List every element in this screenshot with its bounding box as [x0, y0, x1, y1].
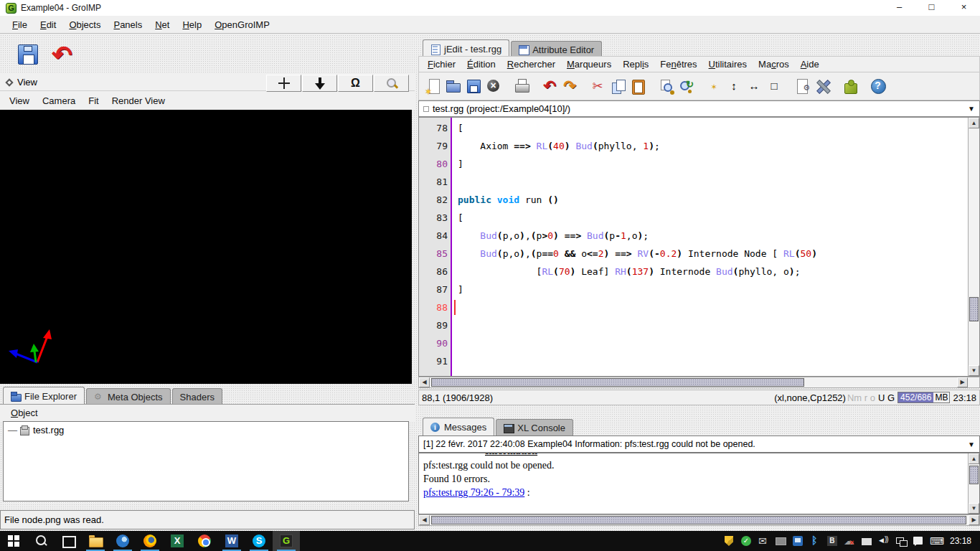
menu-objects[interactable]: Objects: [62, 19, 107, 30]
menu--dition[interactable]: Édition: [461, 59, 501, 70]
down-tool-button[interactable]: [302, 75, 337, 92]
rotate-tool-button[interactable]: [338, 75, 373, 92]
message-selector[interactable]: [1] 22 févr. 2017 22:40:08 Example04 Inf…: [418, 435, 980, 453]
tab-messages[interactable]: Messages: [423, 418, 494, 435]
tray-onedrive-error-button[interactable]: [841, 531, 858, 551]
menu-replis[interactable]: Replis: [617, 59, 654, 70]
memory-indicator[interactable]: 452/686 MB: [897, 392, 950, 403]
code-line-91[interactable]: 91: [419, 352, 968, 370]
messages-hscrollbar[interactable]: ◀ ▶: [418, 514, 980, 526]
menu-edit[interactable]: Edit: [34, 19, 62, 30]
taskbar-chrome-button[interactable]: [191, 531, 218, 551]
code-line-89[interactable]: 89: [419, 316, 968, 334]
messages-vscrollbar[interactable]: ▲ ▼: [968, 453, 979, 514]
tree-item-test-rgg[interactable]: — test.rgg: [5, 425, 407, 435]
menu-fit[interactable]: Fit: [82, 95, 105, 106]
find-next-button[interactable]: [677, 77, 695, 95]
tray-keyboard-button[interactable]: [927, 531, 944, 551]
menu-aide[interactable]: Aide: [795, 59, 825, 70]
tab-jedit[interactable]: jEdit - test.rgg: [423, 39, 509, 57]
tray-display-button[interactable]: [772, 531, 789, 551]
scroll-down-icon[interactable]: ▼: [969, 503, 979, 514]
split-horizontal-button[interactable]: [725, 77, 743, 95]
code-line-81[interactable]: 81: [419, 173, 968, 191]
scroll-up-icon[interactable]: ▲: [969, 453, 979, 464]
tab-shaders[interactable]: Shaders: [172, 388, 222, 405]
scroll-right-icon[interactable]: ▶: [957, 377, 968, 387]
menu-fen-tres[interactable]: Fenêtres: [654, 59, 702, 70]
scroll-left-icon[interactable]: ◀: [419, 515, 430, 525]
tray-battery-button[interactable]: [858, 531, 875, 551]
code-line-79[interactable]: 79 Axiom ==> RL(40) Bud(phyllo, 1);: [419, 137, 968, 155]
scroll-left-icon[interactable]: ◀: [419, 377, 430, 387]
menu-camera[interactable]: Camera: [36, 95, 82, 106]
move-tool-button[interactable]: [266, 75, 301, 92]
code-line-80[interactable]: 80]: [419, 155, 968, 173]
code-line-90[interactable]: 90: [419, 334, 968, 352]
vscroll-thumb[interactable]: [969, 297, 979, 321]
tree-expander[interactable]: —: [8, 425, 17, 435]
menu-marqueurs[interactable]: Marqueurs: [561, 59, 617, 70]
code-line-84[interactable]: 84 Bud(p,o),(p>0) ==> Bud(p-1,o);: [419, 227, 968, 245]
menu-help[interactable]: Help: [176, 19, 208, 30]
menu-macros[interactable]: Macros: [753, 59, 795, 70]
code-line-83[interactable]: 83[: [419, 209, 968, 227]
help-button[interactable]: [869, 77, 887, 95]
code-line-82[interactable]: 82public void run (): [419, 191, 968, 209]
vscroll-thumb[interactable]: [969, 466, 979, 484]
menu-utilitaires[interactable]: Utilitaires: [703, 59, 753, 70]
menu-file[interactable]: File: [6, 19, 34, 30]
hscroll-thumb[interactable]: [431, 378, 804, 387]
taskbar-task-view-button[interactable]: [55, 531, 82, 551]
taskbar-excel-button[interactable]: X: [164, 531, 191, 551]
scroll-up-icon[interactable]: ▲: [969, 118, 979, 128]
zoom-tool-button[interactable]: [374, 75, 409, 92]
new-file-button[interactable]: [424, 77, 443, 95]
error-location-link[interactable]: pfs:test.rgg 79:26 - 79:39: [423, 487, 524, 498]
tray-graphics-settings-button[interactable]: [789, 531, 806, 551]
code-line-85[interactable]: 85 Bud(p,o),(p==0 && o<=2) ==> RV(-0.2) …: [419, 245, 968, 263]
menu-rechercher[interactable]: Rechercher: [501, 59, 561, 70]
menu-net[interactable]: Net: [149, 19, 176, 30]
taskbar-thunderbird-button[interactable]: [109, 531, 136, 551]
close-buffer-button[interactable]: [484, 77, 503, 95]
save-icon[interactable]: [17, 44, 39, 65]
unsplit-button[interactable]: [765, 77, 783, 95]
menu-view[interactable]: View: [3, 95, 36, 106]
redo-button[interactable]: [560, 77, 579, 95]
tray-uac-shield-button[interactable]: [720, 531, 738, 551]
menu-object[interactable]: Object: [4, 408, 44, 418]
editor-vscrollbar[interactable]: ▲ ▼: [968, 118, 979, 376]
maximize-button[interactable]: □: [915, 0, 948, 16]
menu-panels[interactable]: Panels: [107, 19, 149, 30]
buffer-options-button[interactable]: [793, 77, 811, 95]
plugin-manager-button[interactable]: [841, 77, 859, 95]
chevron-down-icon[interactable]: ▼: [968, 441, 975, 448]
taskbar-groimp-button[interactable]: [273, 531, 300, 551]
taskbar-firefox-button[interactable]: [136, 531, 164, 551]
close-button[interactable]: ×: [948, 0, 980, 16]
tab-attribute-editor[interactable]: Attribute Editor: [511, 41, 602, 57]
new-view-button[interactable]: [705, 77, 723, 95]
viewport-3d[interactable]: [0, 110, 412, 384]
tab-meta-objects[interactable]: ⚙ Meta Objects: [86, 388, 171, 405]
tray-b-app-button[interactable]: [824, 531, 841, 551]
scroll-right-icon[interactable]: ▶: [969, 515, 979, 525]
paste-button[interactable]: [628, 77, 647, 95]
code-line-87[interactable]: 87]: [419, 281, 968, 298]
tray-mail-button[interactable]: [755, 531, 772, 551]
taskbar-file-explorer-button[interactable]: [82, 531, 109, 551]
chevron-down-icon[interactable]: ▼: [968, 105, 975, 113]
tab-file-explorer[interactable]: File Explorer: [3, 387, 85, 405]
minimize-button[interactable]: –: [883, 0, 915, 16]
save-file-button[interactable]: [464, 77, 483, 95]
taskbar-skype-button[interactable]: S: [245, 531, 273, 551]
code-line-86[interactable]: 86 [RL(70) Leaf] RH(137) Internode Bud(p…: [419, 263, 968, 281]
undo-icon[interactable]: ↶: [52, 44, 72, 65]
buffer-selector[interactable]: test.rgg (project:/Example04[10]/) ▼: [418, 100, 980, 117]
editor-hscrollbar[interactable]: ◀ ▶: [418, 377, 980, 388]
undo-button[interactable]: [540, 77, 559, 95]
tray-network-button[interactable]: [892, 531, 910, 551]
open-file-button[interactable]: [444, 77, 463, 95]
print-button[interactable]: [512, 77, 531, 95]
